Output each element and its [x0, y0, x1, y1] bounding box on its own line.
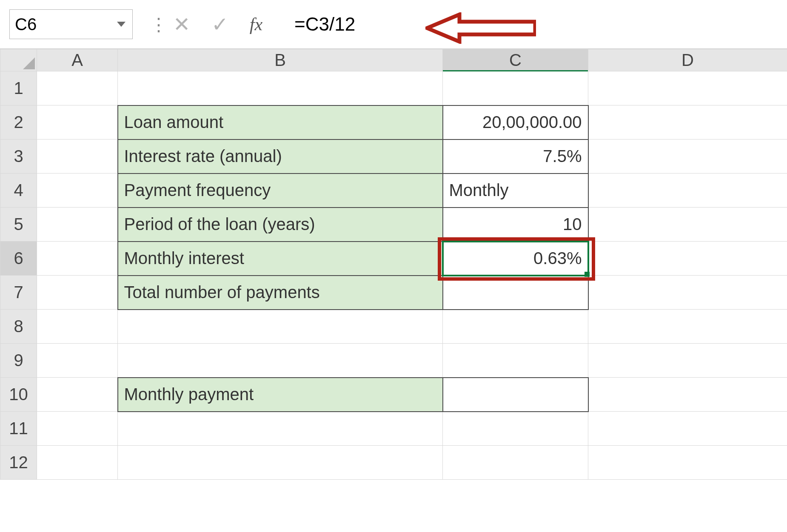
cell-D5[interactable]: [588, 208, 787, 242]
row-header-1[interactable]: 1: [0, 71, 37, 105]
cell-B5[interactable]: Period of the loan (years): [118, 208, 443, 242]
cell-C8[interactable]: [443, 310, 588, 344]
cross-icon: ✕: [173, 12, 190, 36]
cell-D3[interactable]: [588, 139, 787, 174]
cell-A4[interactable]: [37, 174, 118, 208]
enter-button[interactable]: ✓: [201, 10, 239, 39]
cell-A5[interactable]: [37, 208, 118, 242]
row-header-9[interactable]: 9: [0, 344, 37, 378]
row-header-7[interactable]: 7: [0, 276, 37, 310]
cell-A10[interactable]: [37, 378, 118, 412]
cell-C1[interactable]: [443, 71, 588, 105]
column-header-A[interactable]: A: [37, 49, 118, 71]
cell-A3[interactable]: [37, 139, 118, 174]
cell-C4[interactable]: Monthly: [443, 174, 588, 208]
cell-D8[interactable]: [588, 310, 787, 344]
spreadsheet-grid[interactable]: A B C D 1 2 Loan amount 20,00,000.00 3 I…: [0, 49, 787, 480]
cell-D1[interactable]: [588, 71, 787, 105]
column-header-B[interactable]: B: [118, 49, 443, 71]
column-header-C[interactable]: C: [443, 49, 588, 71]
cell-A9[interactable]: [37, 344, 118, 378]
cell-C12[interactable]: [443, 446, 588, 480]
cell-A12[interactable]: [37, 446, 118, 480]
cell-D6[interactable]: [588, 242, 787, 276]
cell-B4[interactable]: Payment frequency: [118, 174, 443, 208]
cell-C11[interactable]: [443, 412, 588, 446]
cell-C6[interactable]: 0.63%: [443, 242, 588, 276]
cell-B6[interactable]: Monthly interest: [118, 242, 443, 276]
check-icon: ✓: [211, 12, 228, 36]
row-header-4[interactable]: 4: [0, 174, 37, 208]
fx-icon: fx: [250, 14, 262, 34]
row-header-3[interactable]: 3: [0, 139, 37, 174]
cell-A1[interactable]: [37, 71, 118, 105]
cell-C2[interactable]: 20,00,000.00: [443, 105, 588, 139]
cell-C3[interactable]: 7.5%: [443, 139, 588, 174]
cell-B12[interactable]: [118, 446, 443, 480]
cell-C5[interactable]: 10: [443, 208, 588, 242]
formula-input[interactable]: [282, 9, 787, 39]
cell-A2[interactable]: [37, 105, 118, 139]
row-header-2[interactable]: 2: [0, 105, 37, 139]
name-box-input[interactable]: [10, 15, 114, 34]
cell-B1[interactable]: [118, 71, 443, 105]
formula-bar: ⋮ ✕ ✓ fx: [0, 0, 787, 49]
cell-B7[interactable]: Total number of payments: [118, 276, 443, 310]
row-header-11[interactable]: 11: [0, 412, 37, 446]
cell-A7[interactable]: [37, 276, 118, 310]
cell-D4[interactable]: [588, 174, 787, 208]
cell-C9[interactable]: [443, 344, 588, 378]
row-header-10[interactable]: 10: [0, 378, 37, 412]
cancel-button[interactable]: ✕: [163, 10, 201, 39]
cell-D2[interactable]: [588, 105, 787, 139]
row-header-8[interactable]: 8: [0, 310, 37, 344]
cell-B10[interactable]: Monthly payment: [118, 378, 443, 412]
row-header-5[interactable]: 5: [0, 208, 37, 242]
cell-C10[interactable]: [443, 378, 588, 412]
cell-B8[interactable]: [118, 310, 443, 344]
row-header-6[interactable]: 6: [0, 242, 37, 276]
insert-function-button[interactable]: fx: [239, 14, 282, 34]
cell-B9[interactable]: [118, 344, 443, 378]
cell-B3[interactable]: Interest rate (annual): [118, 139, 443, 174]
cell-A11[interactable]: [37, 412, 118, 446]
cell-D7[interactable]: [588, 276, 787, 310]
cell-A6[interactable]: [37, 242, 118, 276]
cell-B11[interactable]: [118, 412, 443, 446]
cell-D9[interactable]: [588, 344, 787, 378]
cell-D12[interactable]: [588, 446, 787, 480]
cell-C7[interactable]: [443, 276, 588, 310]
cell-D10[interactable]: [588, 378, 787, 412]
cell-D11[interactable]: [588, 412, 787, 446]
chevron-down-icon: [117, 22, 125, 27]
resize-handle-icon[interactable]: ⋮: [150, 14, 163, 35]
cell-B2[interactable]: Loan amount: [118, 105, 443, 139]
select-all-button[interactable]: [0, 49, 37, 71]
column-header-D[interactable]: D: [588, 49, 787, 71]
cell-A8[interactable]: [37, 310, 118, 344]
name-box[interactable]: [9, 9, 133, 39]
row-header-12[interactable]: 12: [0, 446, 37, 480]
